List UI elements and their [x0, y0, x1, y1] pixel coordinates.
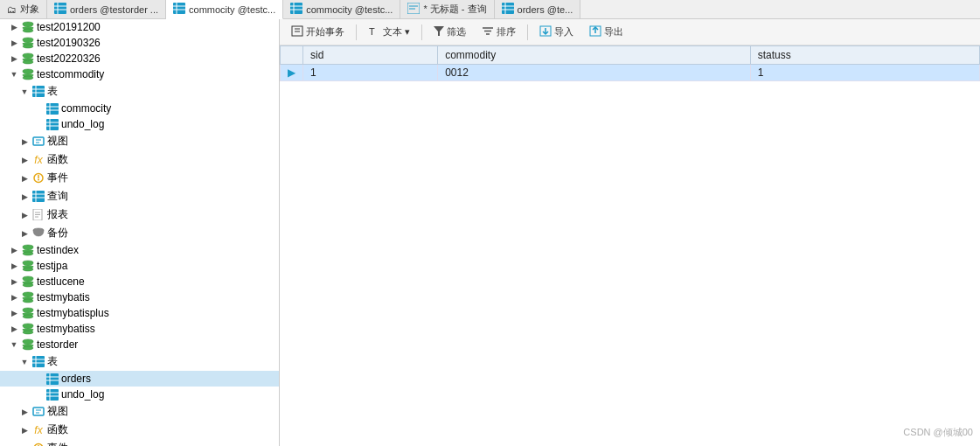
- sidebar-item-testindex[interactable]: ▶ testindex: [0, 242, 279, 258]
- begin-transaction-button[interactable]: 开始事务: [285, 23, 351, 41]
- sidebar-label: test20190326: [37, 37, 275, 49]
- sidebar-item-undo-log2[interactable]: undo_log: [0, 387, 279, 402]
- svg-rect-0: [54, 3, 66, 14]
- tab-untitled-label: * 无标题 - 查询: [423, 3, 486, 16]
- sidebar-item-test20190326[interactable]: ▶ test20190326: [0, 35, 279, 51]
- sidebar-item-testmybatis[interactable]: ▶ testmybatis: [0, 289, 279, 305]
- table-icon-undo-log2: [45, 388, 59, 401]
- export-icon: [589, 25, 601, 38]
- sidebar-label: undo_log: [61, 118, 275, 130]
- svg-point-59: [23, 283, 33, 287]
- svg-point-67: [23, 346, 33, 350]
- svg-point-61: [23, 299, 33, 303]
- view-icon: [31, 136, 45, 148]
- sidebar-item-tables1[interactable]: ▼ 表: [0, 82, 279, 101]
- data-table-wrap[interactable]: sid commodity statuss ▶ 1 0012 1 CSDN @倾…: [280, 45, 980, 446]
- sidebar-item-testjpa[interactable]: ▶ testjpa: [0, 258, 279, 274]
- sidebar-item-funcs1[interactable]: ▶ fx 函数: [0, 150, 279, 169]
- sidebar-label: 事件: [47, 171, 275, 185]
- svg-point-44: [38, 179, 39, 181]
- tab-untitled[interactable]: * 无标题 - 查询: [400, 0, 494, 18]
- db-icon: [21, 338, 35, 351]
- svg-rect-72: [46, 373, 59, 385]
- tab-orders[interactable]: orders @testorder ...: [47, 0, 166, 18]
- sidebar-label: 函数: [47, 422, 275, 437]
- export-label: 导出: [604, 25, 623, 38]
- expand-arrow: ▶: [9, 309, 19, 317]
- text-button[interactable]: T 文本 ▾: [362, 23, 416, 41]
- sidebar-item-test20220326[interactable]: ▶ test20220326: [0, 51, 279, 66]
- sort-label: 排序: [497, 25, 516, 38]
- db-icon: [21, 37, 35, 49]
- sidebar-item-events1[interactable]: ▶ 事件: [0, 169, 279, 187]
- event-icon: [31, 172, 45, 185]
- svg-rect-15: [502, 3, 514, 14]
- import-icon: [539, 25, 552, 38]
- row-indicator-col: [281, 46, 303, 65]
- db-icon: [21, 275, 35, 288]
- sidebar-item-testorder[interactable]: ▼ testorder: [0, 337, 279, 352]
- sidebar-label: testlucene: [37, 275, 275, 288]
- expand-arrow: ▶: [9, 38, 19, 47]
- sidebar-item-testmybatiss[interactable]: ▶ testmybatiss: [0, 321, 279, 337]
- text-label: 文本: [383, 25, 402, 38]
- data-table: sid commodity statuss ▶ 1 0012 1: [280, 45, 980, 81]
- sort-button[interactable]: 排序: [476, 23, 522, 41]
- toolbar: 开始事务 T 文本 ▾ 筛选 排序: [280, 19, 980, 45]
- svg-rect-31: [46, 103, 59, 115]
- sidebar: ▶ test20191200 ▶ test20190326 ▶ test2022…: [0, 19, 280, 446]
- expand-arrow: ▶: [19, 137, 30, 146]
- func-icon2: fx: [31, 424, 45, 436]
- sidebar-item-test20191200[interactable]: ▶ test20191200: [0, 19, 279, 35]
- table-icon-orders: [45, 373, 59, 385]
- sidebar-label: orders: [61, 373, 275, 385]
- expand-arrow: ▶: [19, 408, 30, 416]
- sidebar-item-queries1[interactable]: ▶ 查询: [0, 187, 279, 206]
- expand-arrow: ▶: [19, 229, 30, 238]
- sidebar-label: 备份: [47, 226, 275, 240]
- report-icon: [31, 209, 45, 221]
- data-panel: 开始事务 T 文本 ▾ 筛选 排序: [280, 19, 980, 446]
- sidebar-item-orders[interactable]: orders: [0, 371, 279, 387]
- svg-point-63: [23, 315, 33, 318]
- sidebar-item-views2[interactable]: ▶ 视图: [0, 402, 279, 421]
- tab-commocity2-label: commocity @testc...: [306, 4, 393, 15]
- db-icon: [21, 323, 35, 335]
- db-icon: [21, 68, 35, 80]
- expand-arrow: ▶: [19, 426, 30, 435]
- cell-statuss: 1: [750, 65, 979, 81]
- svg-text:T: T: [369, 26, 375, 37]
- sidebar-item-views1[interactable]: ▶ 视图: [0, 132, 279, 150]
- svg-point-24: [23, 60, 33, 64]
- expand-arrow: ▶: [9, 23, 19, 31]
- db-icon: [21, 52, 35, 65]
- tab-orders2[interactable]: orders @te...: [495, 0, 581, 18]
- main-area: ▶ test20191200 ▶ test20190326 ▶ test2022…: [0, 19, 980, 446]
- sidebar-item-commocity[interactable]: commocity: [0, 101, 279, 116]
- backup-icon: [31, 227, 45, 240]
- query-icon: [407, 3, 420, 16]
- table-row[interactable]: ▶ 1 0012 1: [281, 65, 980, 81]
- filter-button[interactable]: 筛选: [427, 23, 472, 41]
- sidebar-item-testlucene[interactable]: ▶ testlucene: [0, 274, 279, 289]
- transaction-label: 开始事务: [306, 25, 344, 38]
- expand-arrow: ▼: [9, 340, 19, 349]
- import-button[interactable]: 导入: [533, 23, 580, 41]
- tab-object[interactable]: 🗂 对象: [0, 0, 47, 18]
- export-button[interactable]: 导出: [583, 23, 629, 41]
- svg-rect-8: [290, 3, 302, 14]
- sidebar-item-undo-log1[interactable]: undo_log: [0, 116, 279, 132]
- tab-commocity2[interactable]: commocity @testc...: [283, 0, 400, 18]
- cell-sid: 1: [303, 65, 438, 81]
- tab-commocity1-label: commocity @testc...: [189, 4, 275, 15]
- sidebar-item-tables2[interactable]: ▼ 表: [0, 352, 279, 371]
- sidebar-item-backup1[interactable]: ▶ 备份: [0, 224, 279, 242]
- sidebar-item-testmybatisplus[interactable]: ▶ testmybatisplus: [0, 305, 279, 321]
- sidebar-item-events2[interactable]: ▶ 事件: [0, 439, 279, 446]
- sidebar-item-reports1[interactable]: ▶ 报表: [0, 206, 279, 224]
- tab-commocity1[interactable]: commocity @testc...: [166, 0, 283, 19]
- expand-arrow: ▶: [19, 192, 30, 201]
- sidebar-item-funcs2[interactable]: ▶ fx 函数: [0, 421, 279, 439]
- sidebar-item-testcommodity[interactable]: ▼ testcommodity: [0, 66, 279, 82]
- row-indicator-cell: ▶: [281, 65, 303, 81]
